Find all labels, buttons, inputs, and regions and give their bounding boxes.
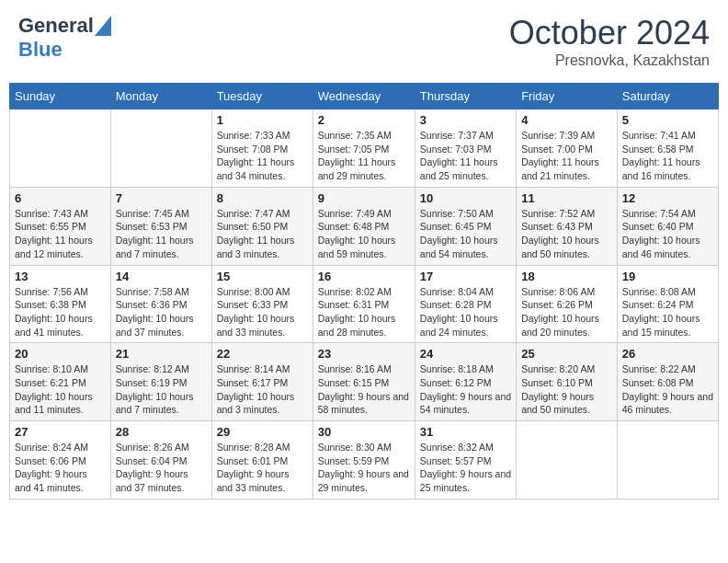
day-number: 16	[318, 270, 410, 283]
calendar-cell: 27Sunrise: 8:24 AM Sunset: 6:06 PM Dayli…	[10, 421, 111, 500]
weekday-header: Sunday	[10, 84, 111, 109]
calendar-cell: 26Sunrise: 8:22 AM Sunset: 6:08 PM Dayli…	[617, 343, 718, 421]
day-info: Sunrise: 8:04 AM Sunset: 6:28 PM Dayligh…	[420, 285, 511, 339]
location: Presnovka, Kazakhstan	[509, 52, 710, 69]
calendar-cell: 10Sunrise: 7:50 AM Sunset: 6:45 PM Dayli…	[415, 187, 516, 265]
calendar-cell: 11Sunrise: 7:52 AM Sunset: 6:43 PM Dayli…	[517, 187, 618, 265]
calendar-cell: 16Sunrise: 8:02 AM Sunset: 6:31 PM Dayli…	[313, 265, 415, 343]
weekday-header: Tuesday	[211, 84, 313, 109]
day-number: 3	[420, 113, 511, 127]
day-info: Sunrise: 8:18 AM Sunset: 6:12 PM Dayligh…	[420, 362, 511, 417]
day-info: Sunrise: 8:16 AM Sunset: 6:15 PM Dayligh…	[318, 362, 410, 417]
weekday-header-row: SundayMondayTuesdayWednesdayThursdayFrid…	[10, 84, 719, 109]
calendar-week-row: 13Sunrise: 7:56 AM Sunset: 6:38 PM Dayli…	[10, 265, 719, 343]
calendar-cell: 30Sunrise: 8:30 AM Sunset: 5:59 PM Dayli…	[313, 421, 415, 500]
day-info: Sunrise: 7:35 AM Sunset: 7:05 PM Dayligh…	[318, 129, 410, 183]
day-info: Sunrise: 8:32 AM Sunset: 5:57 PM Dayligh…	[420, 441, 511, 495]
day-info: Sunrise: 8:26 AM Sunset: 6:04 PM Dayligh…	[116, 441, 207, 495]
calendar-cell	[617, 421, 718, 500]
calendar-cell: 17Sunrise: 8:04 AM Sunset: 6:28 PM Dayli…	[415, 265, 516, 343]
day-number: 2	[318, 113, 410, 127]
weekday-header: Friday	[517, 84, 618, 109]
calendar-cell: 14Sunrise: 7:58 AM Sunset: 6:36 PM Dayli…	[110, 265, 211, 343]
day-info: Sunrise: 7:50 AM Sunset: 6:45 PM Dayligh…	[420, 207, 511, 261]
day-number: 28	[116, 425, 207, 439]
day-number: 10	[420, 191, 511, 205]
day-info: Sunrise: 8:28 AM Sunset: 6:01 PM Dayligh…	[217, 441, 308, 495]
day-info: Sunrise: 8:24 AM Sunset: 6:06 PM Dayligh…	[15, 441, 106, 495]
day-number: 15	[217, 270, 308, 283]
day-number: 29	[217, 425, 308, 439]
calendar-week-row: 6Sunrise: 7:43 AM Sunset: 6:55 PM Daylig…	[10, 187, 719, 265]
calendar-cell: 1Sunrise: 7:33 AM Sunset: 7:08 PM Daylig…	[211, 109, 313, 188]
calendar-cell: 8Sunrise: 7:47 AM Sunset: 6:50 PM Daylig…	[211, 187, 313, 265]
day-number: 18	[521, 270, 612, 283]
day-number: 30	[318, 425, 410, 439]
day-info: Sunrise: 7:37 AM Sunset: 7:03 PM Dayligh…	[420, 129, 511, 183]
calendar-week-row: 27Sunrise: 8:24 AM Sunset: 6:06 PM Dayli…	[10, 421, 719, 500]
day-number: 8	[217, 191, 308, 205]
day-number: 7	[116, 191, 207, 205]
day-number: 1	[217, 113, 308, 127]
day-number: 17	[420, 270, 511, 283]
logo-text: General Blue	[18, 14, 112, 63]
calendar-cell: 9Sunrise: 7:49 AM Sunset: 6:48 PM Daylig…	[313, 187, 415, 265]
calendar-cell: 28Sunrise: 8:26 AM Sunset: 6:04 PM Dayli…	[110, 421, 211, 500]
day-info: Sunrise: 7:39 AM Sunset: 7:00 PM Dayligh…	[521, 129, 612, 183]
calendar-cell	[10, 109, 111, 188]
calendar-cell	[110, 109, 211, 188]
calendar-cell: 25Sunrise: 8:20 AM Sunset: 6:10 PM Dayli…	[517, 343, 618, 421]
logo: General Blue	[18, 14, 112, 63]
day-info: Sunrise: 8:10 AM Sunset: 6:21 PM Dayligh…	[15, 362, 106, 417]
calendar-cell: 29Sunrise: 8:28 AM Sunset: 6:01 PM Dayli…	[211, 421, 313, 500]
calendar-cell: 4Sunrise: 7:39 AM Sunset: 7:00 PM Daylig…	[517, 109, 618, 188]
day-info: Sunrise: 8:02 AM Sunset: 6:31 PM Dayligh…	[318, 285, 410, 339]
day-number: 13	[15, 270, 106, 283]
day-info: Sunrise: 8:00 AM Sunset: 6:33 PM Dayligh…	[217, 285, 308, 339]
day-number: 19	[622, 270, 713, 283]
calendar-cell: 5Sunrise: 7:41 AM Sunset: 6:58 PM Daylig…	[617, 109, 718, 188]
logo-line2: Blue	[18, 38, 112, 62]
day-info: Sunrise: 7:41 AM Sunset: 6:58 PM Dayligh…	[622, 129, 713, 183]
calendar-cell: 6Sunrise: 7:43 AM Sunset: 6:55 PM Daylig…	[10, 187, 111, 265]
day-number: 4	[521, 113, 612, 127]
day-number: 9	[318, 191, 410, 205]
day-number: 22	[217, 347, 308, 361]
day-info: Sunrise: 8:14 AM Sunset: 6:17 PM Dayligh…	[217, 362, 308, 417]
day-info: Sunrise: 8:12 AM Sunset: 6:19 PM Dayligh…	[116, 362, 207, 417]
day-info: Sunrise: 8:08 AM Sunset: 6:24 PM Dayligh…	[622, 285, 713, 339]
day-number: 6	[15, 191, 106, 205]
day-number: 5	[622, 113, 713, 127]
calendar-cell: 22Sunrise: 8:14 AM Sunset: 6:17 PM Dayli…	[211, 343, 313, 421]
day-number: 26	[622, 347, 713, 361]
calendar-cell: 13Sunrise: 7:56 AM Sunset: 6:38 PM Dayli…	[10, 265, 111, 343]
calendar-cell: 23Sunrise: 8:16 AM Sunset: 6:15 PM Dayli…	[313, 343, 415, 421]
calendar-cell: 21Sunrise: 8:12 AM Sunset: 6:19 PM Dayli…	[110, 343, 211, 421]
weekday-header: Monday	[110, 84, 211, 109]
day-info: Sunrise: 7:58 AM Sunset: 6:36 PM Dayligh…	[116, 285, 207, 339]
day-number: 20	[15, 347, 106, 361]
day-number: 31	[420, 425, 511, 439]
day-info: Sunrise: 8:22 AM Sunset: 6:08 PM Dayligh…	[622, 362, 713, 417]
day-number: 14	[116, 270, 207, 283]
day-info: Sunrise: 8:30 AM Sunset: 5:59 PM Dayligh…	[318, 441, 410, 495]
calendar-cell: 3Sunrise: 7:37 AM Sunset: 7:03 PM Daylig…	[415, 109, 516, 188]
day-number: 25	[521, 347, 612, 361]
day-info: Sunrise: 7:47 AM Sunset: 6:50 PM Dayligh…	[217, 207, 308, 261]
day-number: 24	[420, 347, 511, 361]
calendar-cell: 24Sunrise: 8:18 AM Sunset: 6:12 PM Dayli…	[415, 343, 516, 421]
calendar-cell: 20Sunrise: 8:10 AM Sunset: 6:21 PM Dayli…	[10, 343, 111, 421]
day-number: 11	[521, 191, 612, 205]
calendar-cell: 15Sunrise: 8:00 AM Sunset: 6:33 PM Dayli…	[211, 265, 313, 343]
calendar-cell	[517, 421, 618, 500]
day-info: Sunrise: 7:45 AM Sunset: 6:53 PM Dayligh…	[116, 207, 207, 261]
calendar-cell: 19Sunrise: 8:08 AM Sunset: 6:24 PM Dayli…	[617, 265, 718, 343]
page-header: General Blue October 2024 Presnovka, Kaz…	[9, 9, 719, 74]
weekday-header: Wednesday	[313, 84, 415, 109]
day-number: 12	[622, 191, 713, 205]
calendar-table: SundayMondayTuesdayWednesdayThursdayFrid…	[9, 83, 719, 500]
title-block: October 2024 Presnovka, Kazakhstan	[509, 14, 710, 69]
calendar-cell: 12Sunrise: 7:54 AM Sunset: 6:40 PM Dayli…	[617, 187, 718, 265]
calendar-cell: 2Sunrise: 7:35 AM Sunset: 7:05 PM Daylig…	[313, 109, 415, 188]
day-number: 23	[318, 347, 410, 361]
